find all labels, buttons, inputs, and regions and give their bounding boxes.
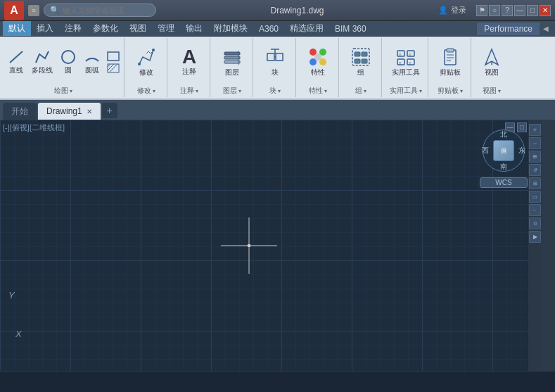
login-label[interactable]: 登录	[451, 5, 466, 15]
menu-item-manage[interactable]: 管理	[152, 21, 180, 36]
circle-label: 圆	[65, 65, 72, 75]
utilities-label: 实用工具	[392, 68, 420, 77]
tool-layer[interactable]: 图层	[215, 45, 250, 79]
rt-window[interactable]: ▭	[529, 191, 541, 203]
cube-face[interactable]: 俯	[493, 140, 514, 161]
app-logo[interactable]: A	[4, 1, 24, 20]
menu-item-default[interactable]: 默认	[3, 21, 31, 36]
app-menu-icon: ≡	[32, 7, 35, 14]
svg-point-1	[62, 51, 75, 63]
svg-line-4	[108, 64, 110, 67]
tab-add-icon: +	[107, 105, 113, 116]
basepoint-group-arrow[interactable]: ▾	[498, 88, 501, 94]
tool-circle[interactable]: 圆	[58, 47, 79, 77]
menu-item-insert[interactable]: 插入	[31, 21, 59, 36]
search-box[interactable]: 🔍	[44, 4, 156, 17]
tool-clipboard[interactable]: 剪贴板	[433, 45, 468, 79]
crosshair-dot	[248, 244, 250, 247]
clipboard-label-text: 剪贴板	[438, 86, 459, 96]
svg-text:≡: ≡	[409, 61, 412, 65]
menu-item-parametric[interactable]: 参数化	[87, 21, 124, 36]
basepoint-label: 视图	[485, 68, 499, 77]
login-area[interactable]: 👤 登录	[438, 5, 466, 15]
tab-start[interactable]: 开始	[3, 103, 37, 120]
viewport-outer: [-][俯视][二维线框] — □ ✕ 北 南 东	[0, 120, 555, 392]
search-input[interactable]	[63, 6, 140, 15]
basepoint-icon	[481, 46, 502, 68]
layer-icon	[222, 46, 243, 68]
modify-icon	[136, 46, 157, 68]
layer-group-arrow[interactable]: ▾	[238, 88, 241, 94]
svg-line-0	[10, 51, 23, 63]
ribbon-group-properties: 特性 特性 ▾	[298, 38, 339, 97]
win-close-button[interactable]: ✕	[540, 5, 551, 16]
tool-hatch[interactable]	[106, 63, 121, 74]
annotate-group-arrow[interactable]: ▾	[196, 88, 198, 94]
group-tools: 组	[343, 39, 378, 84]
tool-group[interactable]: 组	[343, 45, 378, 79]
ribbon-group-clipboard: 剪贴板 剪贴板 ▾	[430, 38, 471, 97]
app-menu-button[interactable]: ≡	[28, 5, 39, 16]
ribbon-group-group: 组 组 ▾	[340, 38, 382, 97]
rt-zoom-out[interactable]: −	[529, 137, 541, 149]
utilities-group-arrow[interactable]: ▾	[419, 88, 422, 94]
arc-label: 圆弧	[85, 65, 99, 75]
win-flag-button[interactable]: ⚑	[476, 5, 487, 16]
tool-line[interactable]: 直线	[6, 47, 27, 77]
properties-group-arrow[interactable]: ▾	[324, 88, 327, 94]
utilities-group-label: 实用工具 ▾	[386, 84, 425, 96]
modify-label-text: 修改	[137, 86, 151, 96]
menu-item-annotate[interactable]: 注释	[59, 21, 87, 36]
rt-orbit[interactable]: ↺	[529, 164, 541, 176]
menu-item-addons[interactable]: 附加模块	[208, 21, 253, 36]
group-group-arrow[interactable]: ▾	[364, 88, 366, 94]
layer-tools: 图层	[215, 39, 250, 84]
block-label-text: 块	[269, 86, 276, 96]
tool-polyline[interactable]: 多段线	[30, 47, 55, 77]
win-info-button[interactable]: ○	[489, 5, 500, 16]
tool-basepoint[interactable]: 视图	[476, 45, 507, 79]
win-min-button[interactable]: —	[514, 5, 525, 16]
rt-previous[interactable]: ←	[529, 204, 541, 216]
tab-add-button[interactable]: +	[102, 103, 117, 118]
group-icon	[350, 46, 371, 68]
tool-modify[interactable]: 修改	[129, 45, 164, 79]
tab-bar: 开始 Drawing1 ✕ +	[0, 100, 555, 120]
tool-utilities[interactable]: ≡ ≡ ≡ ≡ 实用工具	[386, 45, 425, 79]
rt-zoom-in[interactable]: +	[529, 124, 541, 136]
ribbon-overflow-button[interactable]: ◀	[540, 23, 552, 35]
tool-annotate[interactable]: A 注释	[172, 46, 207, 78]
tab-drawing1-close[interactable]: ✕	[87, 108, 92, 115]
clipboard-group-arrow[interactable]: ▾	[460, 88, 463, 94]
tab-drawing1[interactable]: Drawing1 ✕	[38, 103, 101, 120]
draw-group-label: 绘图 ▾	[6, 84, 121, 96]
tool-block[interactable]: 块	[257, 45, 293, 79]
menu-item-a360[interactable]: A360	[253, 23, 284, 35]
menu-item-performance[interactable]: Performance	[477, 23, 540, 35]
viewport[interactable]: [-][俯视][二维线框] — □ ✕ 北 南 东	[0, 120, 542, 371]
svg-line-6	[110, 64, 117, 72]
viewcube[interactable]: 北 南 东 西 俯 WCS	[480, 127, 528, 190]
layer-group-label: 图层 ▾	[215, 84, 250, 96]
menu-item-output[interactable]: 输出	[180, 21, 208, 36]
tool-properties[interactable]: 特性	[300, 45, 336, 79]
tool-arc[interactable]: 圆弧	[82, 47, 103, 77]
tool-rect[interactable]	[106, 51, 121, 62]
utilities-label-text: 实用工具	[390, 86, 418, 96]
basepoint-tools: 视图	[476, 39, 507, 84]
svg-rect-13	[267, 53, 274, 61]
menu-item-bim360[interactable]: BIM 360	[329, 23, 372, 35]
modify-group-arrow[interactable]: ▾	[153, 88, 155, 94]
rt-pan[interactable]: ⊕	[529, 151, 541, 163]
compass-south: 南	[500, 162, 507, 172]
win-help-button[interactable]: ?	[502, 5, 513, 16]
draw-group-arrow[interactable]: ▾	[70, 88, 72, 94]
menu-item-view[interactable]: 视图	[124, 21, 152, 36]
win-max-button[interactable]: □	[527, 5, 538, 16]
rt-navswheel[interactable]: ⊙	[529, 217, 541, 229]
block-group-arrow[interactable]: ▾	[278, 88, 281, 94]
rt-extents[interactable]: ⊞	[529, 177, 541, 189]
rt-showmotion[interactable]: ▶	[529, 231, 541, 243]
wcs-label[interactable]: WCS	[480, 177, 528, 188]
menu-item-featured[interactable]: 精选应用	[284, 21, 329, 36]
